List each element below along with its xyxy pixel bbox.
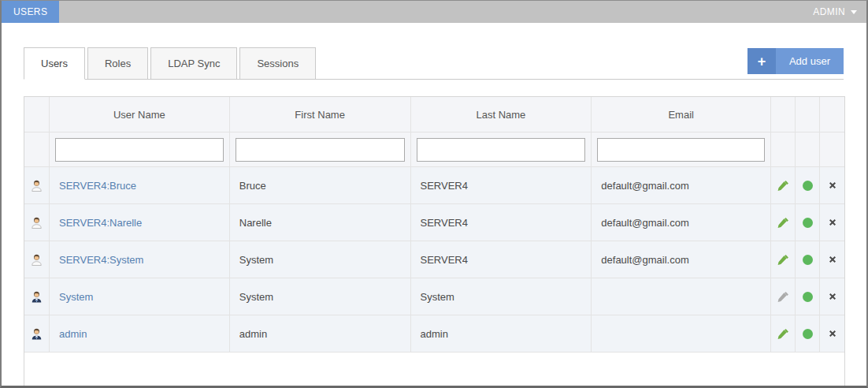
email-cell: default@gmail.com: [592, 204, 771, 241]
tabs: Users Roles LDAP Sync Sessions: [24, 47, 844, 80]
table-row: System System System: [24, 278, 844, 315]
delete-button[interactable]: [820, 315, 844, 353]
table-row: SERVER4:System System SERVER4 default@gm…: [24, 241, 844, 278]
edit-button[interactable]: [771, 167, 796, 204]
x-icon: [828, 218, 837, 227]
email-cell: default@gmail.com: [592, 167, 771, 204]
filter-row: [24, 132, 844, 167]
green-dot-icon: [803, 181, 813, 191]
edit-button[interactable]: [771, 278, 796, 315]
status-toggle[interactable]: [796, 315, 820, 353]
green-dot-icon: [803, 292, 813, 302]
tab-ldap-sync[interactable]: LDAP Sync: [150, 47, 237, 80]
user-name-link[interactable]: SERVER4:Bruce: [59, 180, 136, 192]
status-toggle[interactable]: [796, 241, 820, 278]
filter-user-name-input[interactable]: [55, 138, 224, 162]
table-header-row: User Name First Name Last Name Email: [24, 97, 844, 132]
app-window: USERS ADMIN Users Roles LDAP Sync Sessio…: [0, 0, 868, 388]
x-icon: [828, 255, 837, 264]
user-icon: [30, 253, 43, 267]
filter-email-input[interactable]: [597, 138, 765, 162]
pencil-icon: [777, 328, 789, 340]
table-row: SERVER4:Narelle Narelle SERVER4 default@…: [24, 204, 844, 241]
x-icon: [828, 292, 837, 301]
top-bar: USERS ADMIN: [2, 1, 866, 23]
col-header-edit: [771, 97, 796, 132]
email-cell: [592, 278, 771, 315]
pencil-icon: [777, 217, 789, 229]
last-name-cell: System: [411, 278, 592, 315]
x-icon: [828, 181, 837, 190]
user-name-link[interactable]: SERVER4:System: [59, 254, 143, 266]
edit-button[interactable]: [771, 315, 796, 353]
delete-button[interactable]: [820, 241, 844, 278]
tab-users[interactable]: Users: [24, 47, 85, 80]
table-row: admin admin admin: [24, 315, 844, 353]
users-table: User Name First Name Last Name Email: [24, 96, 845, 386]
admin-menu[interactable]: ADMIN: [803, 1, 866, 23]
col-header-user-name: User Name: [50, 97, 230, 132]
add-user-button[interactable]: + Add user: [747, 48, 844, 74]
x-icon: [828, 329, 837, 338]
first-name-cell: System: [230, 241, 411, 278]
tab-roles[interactable]: Roles: [87, 47, 148, 80]
first-name-cell: admin: [230, 315, 411, 353]
user-icon: [30, 179, 43, 192]
green-dot-icon: [803, 329, 813, 339]
table-body: SERVER4:Bruce Bruce SERVER4 default@gmai…: [24, 167, 844, 353]
col-header-email: Email: [592, 97, 771, 132]
status-toggle[interactable]: [796, 167, 820, 204]
pencil-icon: [777, 291, 789, 303]
col-header-last-name: Last Name: [411, 97, 592, 132]
caret-down-icon: [851, 10, 857, 14]
plus-icon: +: [747, 48, 776, 74]
table-row: SERVER4:Bruce Bruce SERVER4 default@gmai…: [24, 167, 844, 204]
col-header-first-name: First Name: [230, 97, 411, 132]
col-header-status: [796, 97, 820, 132]
first-name-cell: Narelle: [230, 204, 411, 241]
last-name-cell: admin: [411, 315, 592, 353]
add-user-label: Add user: [776, 48, 844, 74]
delete-button[interactable]: [820, 167, 844, 204]
status-toggle[interactable]: [796, 204, 820, 241]
delete-button[interactable]: [820, 204, 844, 241]
filter-last-name-input[interactable]: [417, 138, 586, 162]
email-cell: [592, 315, 771, 353]
edit-button[interactable]: [771, 204, 796, 241]
email-cell: default@gmail.com: [592, 241, 771, 278]
delete-button[interactable]: [820, 278, 844, 315]
tab-sessions[interactable]: Sessions: [239, 47, 316, 80]
admin-menu-label: ADMIN: [813, 6, 845, 17]
module-tab-users[interactable]: USERS: [2, 1, 59, 23]
col-header-icon: [24, 97, 50, 132]
edit-button[interactable]: [771, 241, 796, 278]
user-icon: [30, 216, 43, 229]
status-toggle[interactable]: [796, 278, 820, 315]
pencil-icon: [777, 254, 789, 266]
first-name-cell: System: [230, 278, 411, 315]
first-name-cell: Bruce: [230, 167, 411, 204]
user-suit-icon: [30, 290, 43, 304]
pencil-icon: [777, 180, 789, 192]
user-name-link[interactable]: admin: [59, 328, 87, 340]
col-header-delete: [820, 97, 844, 132]
user-name-link[interactable]: SERVER4:Narelle: [59, 217, 142, 229]
user-suit-icon: [30, 327, 43, 341]
green-dot-icon: [803, 218, 813, 228]
last-name-cell: SERVER4: [411, 241, 592, 278]
filter-first-name-input[interactable]: [236, 138, 405, 162]
user-name-link[interactable]: System: [59, 291, 93, 303]
green-dot-icon: [803, 255, 813, 265]
last-name-cell: SERVER4: [411, 204, 592, 241]
tab-strip: Users Roles LDAP Sync Sessions + Add use…: [24, 47, 844, 80]
last-name-cell: SERVER4: [411, 167, 592, 204]
